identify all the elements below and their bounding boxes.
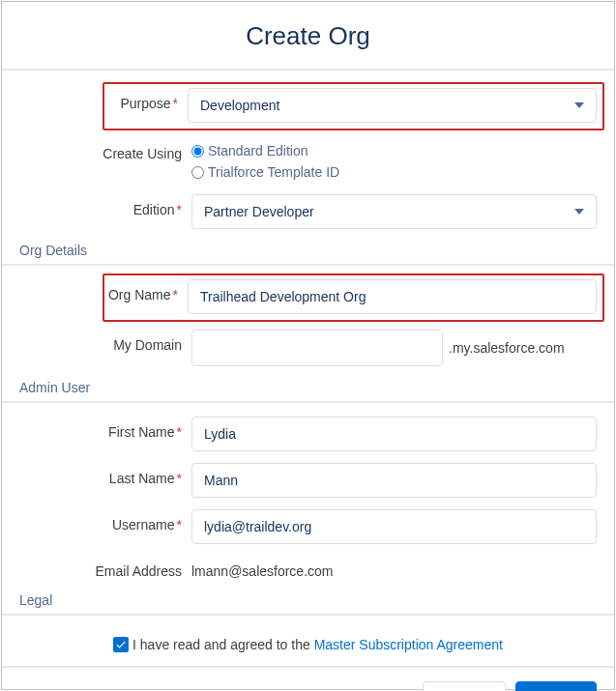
radio-standard-edition[interactable]: Standard Edition xyxy=(191,140,339,161)
mydomain-input[interactable] xyxy=(204,340,430,356)
create-button[interactable]: Create xyxy=(515,681,597,691)
orgname-input[interactable] xyxy=(200,289,584,304)
lastname-input[interactable] xyxy=(204,473,584,488)
radio-standard-input[interactable] xyxy=(191,145,204,158)
chevron-down-icon xyxy=(574,209,584,215)
firstname-label: First Name* xyxy=(2,417,191,440)
section-admin-user: Admin User xyxy=(2,372,614,403)
form-body: Purpose* Development Create Using Standa… xyxy=(2,71,614,691)
cancel-button[interactable]: Cancel xyxy=(423,681,506,691)
section-legal: Legal xyxy=(2,585,614,616)
check-icon xyxy=(115,639,127,650)
modal-title: Create Org xyxy=(2,21,614,51)
radio-trialforce-input[interactable] xyxy=(191,166,204,179)
purpose-value: Development xyxy=(200,98,280,113)
email-label: Email Address xyxy=(2,556,191,579)
mydomain-input-wrap xyxy=(191,330,443,366)
email-value: lmann@salesforce.com xyxy=(191,556,334,579)
edition-value: Partner Developer xyxy=(204,204,314,219)
purpose-highlight: Purpose* Development xyxy=(103,82,604,130)
legal-text: I have read and agreed to the Master Sub… xyxy=(132,637,503,652)
create-using-radios: Standard Edition Trialforce Template ID xyxy=(191,138,339,183)
orgname-input-wrap xyxy=(188,279,597,314)
purpose-select[interactable]: Development xyxy=(188,88,597,123)
firstname-input-wrap xyxy=(191,417,597,451)
username-label: Username* xyxy=(2,509,191,533)
purpose-label: Purpose* xyxy=(104,88,188,111)
msa-link[interactable]: Master Subscription Agreement xyxy=(314,637,503,652)
legal-row: I have read and agreed to the Master Sub… xyxy=(2,623,614,666)
edition-select[interactable]: Partner Developer xyxy=(191,194,597,229)
section-org-details: Org Details xyxy=(2,235,614,266)
lastname-input-wrap xyxy=(191,463,597,498)
mydomain-suffix: .my.salesforce.com xyxy=(443,340,565,356)
orgname-highlight: Org Name* xyxy=(103,274,604,322)
username-input-wrap xyxy=(191,509,597,544)
lastname-label: Last Name* xyxy=(2,463,191,486)
radio-trialforce[interactable]: Trialforce Template ID xyxy=(191,161,339,183)
agreement-checkbox[interactable] xyxy=(113,637,129,652)
chevron-down-icon xyxy=(574,102,584,108)
modal-footer: Cancel Create xyxy=(2,666,614,691)
username-input[interactable] xyxy=(204,519,584,534)
create-using-label: Create Using xyxy=(2,138,191,161)
create-org-modal: Create Org Purpose* Development Create U… xyxy=(1,1,615,690)
firstname-input[interactable] xyxy=(204,426,584,442)
orgname-label: Org Name* xyxy=(104,279,188,302)
modal-header: Create Org xyxy=(2,2,614,71)
edition-label: Edition* xyxy=(2,194,191,217)
mydomain-label: My Domain xyxy=(2,330,191,353)
